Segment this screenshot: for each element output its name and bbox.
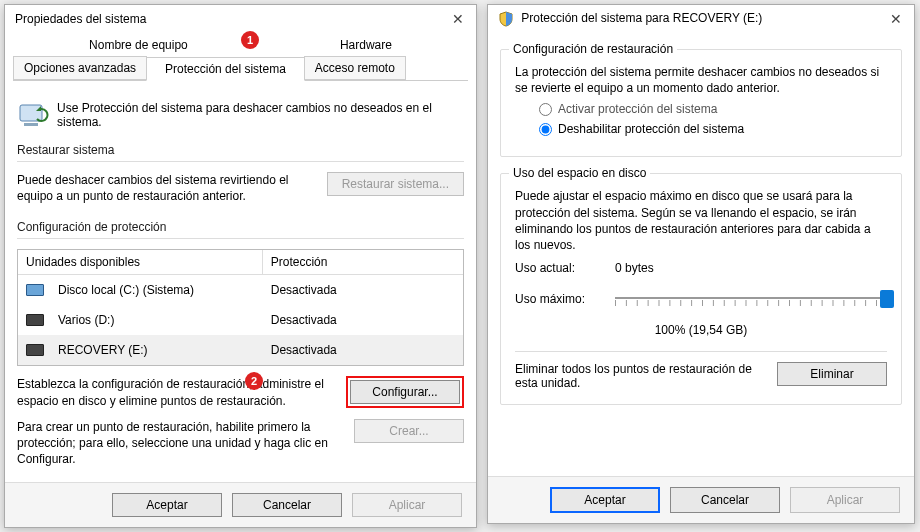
tab-computer-name[interactable]: Nombre de equipo [13,33,264,57]
max-usage-label: Uso máximo: [515,292,615,306]
delete-desc: Eliminar todos los puntos de restauració… [515,362,765,390]
drive-icon [26,284,44,296]
tabs-row-bottom: Opciones avanzadas Protección del sistem… [13,56,468,81]
table-row[interactable]: Disco local (C:) (Sistema) Desactivada [18,275,463,305]
close-icon[interactable]: ✕ [448,11,468,27]
configure-desc: Establezca la configuración de restaurac… [17,376,336,408]
slider-thumb-icon[interactable] [880,290,894,308]
dialog-footer: Aceptar Cancelar Aplicar [5,482,476,527]
restore-desc: Puede deshacer cambios del sistema revir… [17,172,317,204]
svg-rect-1 [24,123,38,126]
cancel-button[interactable]: Cancelar [232,493,342,517]
restore-system-button[interactable]: Restaurar sistema... [327,172,464,196]
restore-icon [17,99,49,131]
titlebar: Propiedades del sistema ✕ [5,5,476,33]
dialog-footer: Aceptar Cancelar Aplicar [488,476,914,523]
titlebar: Protección del sistema para RECOVERY (E:… [488,5,914,33]
radio-disable-protection[interactable]: Deshabilitar protección del sistema [539,122,887,136]
annotation-highlight: Configurar... [346,376,464,408]
current-usage-value: 0 bytes [615,261,654,275]
drives-table: Unidades disponibles Protección Disco lo… [17,249,464,366]
table-row[interactable]: RECOVERY (E:) Desactivada [18,335,463,365]
group-protection-title: Configuración de protección [17,220,464,234]
current-usage-label: Uso actual: [515,261,615,275]
apply-button[interactable]: Aplicar [352,493,462,517]
group-restore-config-title: Configuración de restauración [509,42,677,56]
disk-usage-desc: Puede ajustar el espacio máximo en disco… [515,188,887,253]
tab-hardware[interactable]: Hardware [264,33,468,57]
radio-enable-protection[interactable]: Activar protección del sistema [539,102,887,116]
drive-icon [26,344,44,356]
system-properties-dialog: Propiedades del sistema ✕ 1 Nombre de eq… [4,4,477,528]
tab-advanced-options[interactable]: Opciones avanzadas [13,56,147,80]
ok-button[interactable]: Aceptar [112,493,222,517]
cancel-button[interactable]: Cancelar [670,487,780,513]
create-button[interactable]: Crear... [354,419,464,443]
restore-config-desc: La protección del sistema permite deshac… [515,64,887,96]
radio-enable-input[interactable] [539,103,552,116]
ok-button[interactable]: Aceptar [550,487,660,513]
shield-icon [498,11,514,27]
window-title: Propiedades del sistema [13,12,146,26]
info-text: Use Protección del sistema para deshacer… [57,99,464,129]
delete-button[interactable]: Eliminar [777,362,887,386]
window-title: Protección del sistema para RECOVERY (E:… [496,11,762,27]
tab-system-protection[interactable]: Protección del sistema [146,57,305,81]
drives-header-status: Protección [263,250,463,274]
max-usage-slider[interactable] [615,287,887,313]
configure-button[interactable]: Configurar... [350,380,460,404]
create-desc: Para crear un punto de restauración, hab… [17,419,344,468]
tab-remote-access[interactable]: Acceso remoto [304,56,406,80]
svg-rect-0 [20,105,42,121]
annotation-badge-1: 1 [241,31,259,49]
drive-icon [26,314,44,326]
close-icon[interactable]: ✕ [886,11,906,27]
slider-value-text: 100% (19,54 GB) [515,323,887,337]
table-row[interactable]: Varios (D:) Desactivada [18,305,463,335]
apply-button[interactable]: Aplicar [790,487,900,513]
system-protection-drive-dialog: Protección del sistema para RECOVERY (E:… [487,4,915,524]
group-disk-usage-title: Uso del espacio en disco [509,166,650,180]
group-restore-title: Restaurar sistema [17,143,464,157]
drives-header-name: Unidades disponibles [18,250,263,274]
radio-disable-input[interactable] [539,123,552,136]
